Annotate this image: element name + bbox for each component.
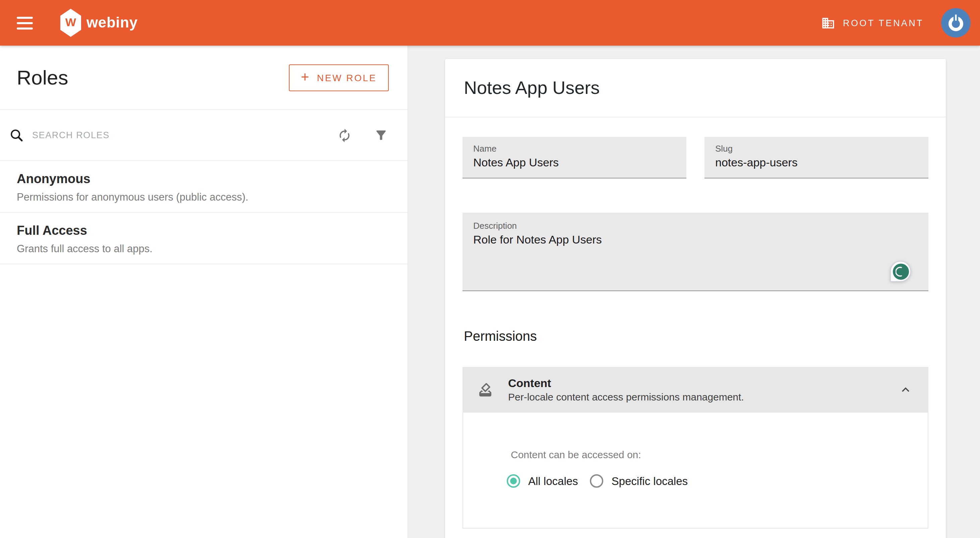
roles-list-header: Roles + NEW ROLE	[0, 46, 407, 110]
radio-group-label: Content can be accessed on:	[511, 449, 928, 461]
description-field-value: Role for Notes App Users	[473, 233, 918, 247]
slug-field[interactable]: Slug notes-app-users	[705, 137, 928, 179]
refresh-icon[interactable]	[337, 127, 353, 143]
new-role-button-label: NEW ROLE	[317, 72, 377, 83]
content-permissions-accordion: Content Per-locale content access permis…	[463, 367, 928, 528]
locales-radio-group: All locales Specific locales	[507, 474, 928, 488]
role-description: Permissions for anonymous users (public …	[17, 191, 391, 203]
avatar[interactable]	[941, 8, 970, 38]
new-role-button[interactable]: + NEW ROLE	[289, 64, 389, 91]
permissions-heading: Permissions	[464, 329, 946, 344]
role-description: Grants full access to all apps.	[17, 243, 391, 255]
tenant-building-icon	[821, 16, 835, 30]
name-field[interactable]: Name Notes App Users	[463, 137, 686, 179]
radio-option-specific-locales[interactable]: Specific locales	[590, 474, 688, 488]
webiny-hexagon-icon: W	[60, 9, 81, 37]
logo-letter: W	[65, 16, 76, 30]
chat-spinner-icon	[892, 263, 908, 279]
name-field-value: Notes App Users	[473, 156, 676, 170]
role-detail-title: Notes App Users	[464, 77, 600, 98]
slug-field-value: notes-app-users	[715, 156, 918, 170]
list-item-full-access[interactable]: Full Access Grants full access to all ap…	[0, 213, 407, 264]
role-detail-area: Notes App Users Name Notes App Users Slu…	[408, 46, 980, 538]
accordion-header-content[interactable]: Content Per-locale content access permis…	[463, 367, 928, 413]
main-layout: Roles + NEW ROLE	[0, 46, 980, 538]
ballot-content-icon	[477, 382, 493, 398]
radio-unselected-icon[interactable]	[590, 474, 604, 488]
page-title: Roles	[17, 66, 68, 89]
chat-widget-button[interactable]	[890, 261, 911, 282]
accordion-subtitle: Per-locale content access permissions ma…	[508, 391, 744, 402]
search-input[interactable]	[32, 130, 337, 140]
plus-icon: +	[301, 70, 310, 84]
description-field[interactable]: Description Role for Notes App Users	[463, 213, 928, 291]
roles-search-bar	[0, 110, 407, 161]
accordion-body-content: Content can be accessed on: All locales …	[463, 413, 928, 528]
name-field-label: Name	[473, 144, 676, 153]
description-field-label: Description	[473, 221, 918, 231]
roles-list-panel: Roles + NEW ROLE	[0, 46, 408, 538]
roles-list: Anonymous Permissions for anonymous user…	[0, 161, 407, 264]
list-item-anonymous[interactable]: Anonymous Permissions for anonymous user…	[0, 161, 407, 213]
accordion-title: Content	[508, 377, 744, 390]
accordion-header-text: Content Per-locale content access permis…	[508, 377, 744, 402]
role-detail-card: Notes App Users Name Notes App Users Slu…	[445, 59, 946, 538]
radio-option-label: Specific locales	[612, 475, 688, 487]
role-detail-header: Notes App Users	[445, 59, 946, 117]
filter-icon[interactable]	[373, 127, 389, 143]
radio-selected-icon[interactable]	[507, 474, 520, 488]
menu-icon[interactable]	[17, 16, 33, 29]
name-slug-row: Name Notes App Users Slug notes-app-user…	[463, 137, 928, 179]
slug-field-label: Slug	[715, 144, 918, 153]
search-icon	[8, 127, 24, 143]
chevron-up-icon[interactable]	[897, 382, 914, 398]
role-name: Full Access	[17, 223, 391, 238]
radio-option-all-locales[interactable]: All locales	[507, 474, 578, 488]
tenant-label[interactable]: ROOT TENANT	[843, 18, 924, 28]
app-root: W webiny ROOT TENANT Roles	[0, 0, 980, 538]
webiny-logo[interactable]: W webiny	[60, 9, 138, 37]
top-app-bar: W webiny ROOT TENANT	[0, 0, 980, 46]
brand-wordmark: webiny	[86, 14, 138, 32]
role-name: Anonymous	[17, 171, 391, 187]
appbar-right: ROOT TENANT	[821, 8, 970, 38]
radio-option-label: All locales	[528, 475, 578, 487]
